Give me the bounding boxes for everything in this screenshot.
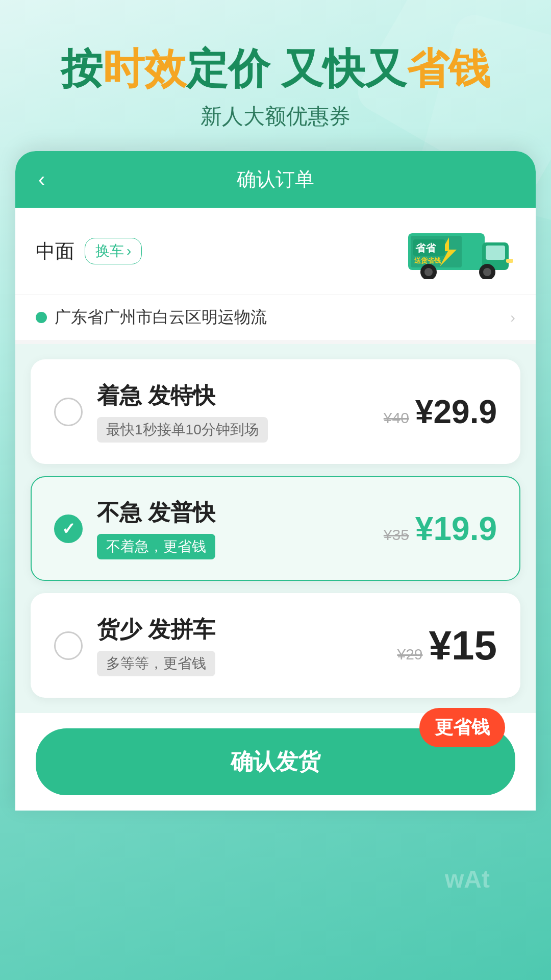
back-button[interactable]: ‹ — [36, 165, 53, 193]
option-carpool-tag: 多等等，更省钱 — [97, 651, 215, 676]
option-standard-tag: 不着急，更省钱 — [97, 534, 215, 559]
option-express-radio[interactable] — [54, 398, 83, 426]
headline-highlight2: 省钱 — [407, 45, 490, 92]
option-standard-title: 不急 发普快 — [97, 498, 215, 528]
truck-illustration: 省省 送货省钱 — [403, 223, 515, 279]
option-carpool-title: 货少 发拼车 — [97, 615, 215, 645]
option-express-left: 着急 发特快 最快1秒接单10分钟到场 — [54, 381, 384, 443]
address-arrow-icon: › — [510, 309, 515, 326]
option-carpool-radio[interactable] — [54, 631, 83, 660]
change-car-arrow: › — [127, 243, 131, 259]
option-express-original: ¥40 — [384, 409, 409, 427]
svg-point-11 — [483, 268, 491, 276]
svg-point-9 — [424, 268, 433, 276]
phone-topbar: ‹ 确认订单 — [15, 151, 536, 208]
headline-highlight1: 时效 — [103, 45, 186, 92]
option-express-info: 着急 发特快 最快1秒接单10分钟到场 — [97, 381, 268, 443]
option-standard-left: 不急 发普快 不着急，更省钱 — [54, 498, 384, 559]
save-badge: 更省钱 — [419, 708, 505, 747]
headline-part2: 定价 又快又 — [186, 45, 407, 92]
change-car-label: 换车 — [95, 241, 124, 261]
order-preview-row: 中面 换车 › 省省 送货省钱 — [15, 208, 536, 295]
option-carpool-price: ¥29 ¥15 — [397, 622, 497, 669]
option-express-current: ¥29.9 — [415, 393, 497, 431]
headline: 按时效定价 又快又省钱 — [31, 46, 520, 92]
page-title: 确认订单 — [237, 166, 314, 192]
subtitle: 新人大额优惠券 — [31, 102, 520, 131]
address-dot-icon — [36, 312, 47, 323]
option-carpool-original: ¥29 — [397, 646, 422, 663]
option-carpool-current: ¥15 — [429, 622, 497, 669]
svg-rect-12 — [506, 259, 513, 263]
bottom-bar: 更省钱 确认发货 — [15, 713, 536, 811]
address-text: 广东省广州市白云区明运物流 — [55, 306, 503, 329]
option-carpool-info: 货少 发拼车 多等等，更省钱 — [97, 615, 215, 676]
option-express-title: 着急 发特快 — [97, 381, 268, 411]
option-express[interactable]: 着急 发特快 最快1秒接单10分钟到场 ¥40 ¥29.9 — [31, 359, 520, 464]
option-standard-radio[interactable] — [54, 514, 83, 543]
address-row[interactable]: 广东省广州市白云区明运物流 › — [15, 295, 536, 344]
header-section: 按时效定价 又快又省钱 新人大额优惠券 — [0, 0, 551, 151]
vehicle-label: 中面 — [36, 238, 74, 264]
options-list: 着急 发特快 最快1秒接单10分钟到场 ¥40 ¥29.9 不急 发普快 不着急… — [15, 344, 536, 713]
option-express-tag: 最快1秒接单10分钟到场 — [97, 417, 268, 443]
option-standard-current: ¥19.9 — [415, 510, 497, 548]
option-carpool-left: 货少 发拼车 多等等，更省钱 — [54, 615, 397, 676]
phone-mockup: ‹ 确认订单 中面 换车 › 省省 送货省钱 — [15, 151, 536, 811]
svg-text:送货省钱: 送货省钱 — [414, 257, 441, 264]
svg-rect-7 — [486, 246, 505, 260]
option-standard[interactable]: 不急 发普快 不着急，更省钱 ¥35 ¥19.9 — [31, 476, 520, 581]
option-standard-info: 不急 发普快 不着急，更省钱 — [97, 498, 215, 559]
order-left: 中面 换车 › — [36, 238, 142, 264]
headline-part1: 按 — [61, 45, 103, 92]
option-carpool[interactable]: 货少 发拼车 多等等，更省钱 ¥29 ¥15 — [31, 593, 520, 698]
svg-text:省省: 省省 — [415, 242, 436, 254]
option-standard-price: ¥35 ¥19.9 — [384, 510, 497, 548]
option-standard-original: ¥35 — [384, 526, 409, 544]
option-express-price: ¥40 ¥29.9 — [384, 393, 497, 431]
change-car-button[interactable]: 换车 › — [85, 238, 142, 264]
wat-decorative: wAt — [445, 865, 490, 893]
